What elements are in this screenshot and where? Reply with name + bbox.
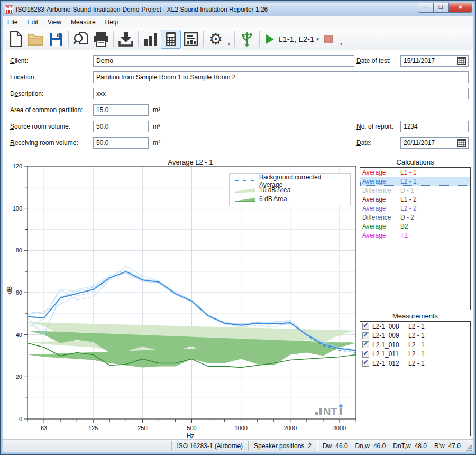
calculation-row[interactable]: DifferenceD - 2 <box>360 213 470 222</box>
measurements-title: Measurements <box>360 312 471 320</box>
title-bar[interactable]: XL2 ISO16283-Airborne-Sound-Insulation-D… <box>3 3 473 16</box>
maximize-button[interactable]: ❐ <box>433 3 448 13</box>
calculation-row[interactable]: AverageB2 <box>360 222 470 231</box>
area-input[interactable] <box>93 104 149 116</box>
usb-icon <box>241 31 253 47</box>
status-speaker-positions: Speaker positions=2 <box>249 442 317 450</box>
area-10db-swatch <box>234 187 256 193</box>
measurement-selector[interactable]: L1-1, L2-1 <box>278 34 314 43</box>
source-unit: m³ <box>153 123 160 130</box>
status-standard: ISO 16283-1 (Airborne) <box>171 442 248 450</box>
svg-text:20: 20 <box>16 374 22 380</box>
measurement-checkbox[interactable]: ✓ <box>362 360 369 367</box>
settings-button[interactable]: ⚙ <box>206 30 226 49</box>
svg-text:NT: NT <box>323 406 337 417</box>
svg-text:120: 120 <box>13 163 22 169</box>
chevron-down-icon[interactable]: ▾ <box>316 37 319 42</box>
description-input[interactable] <box>93 88 469 99</box>
minimize-button[interactable]: ─ <box>418 3 433 13</box>
svg-text:250: 250 <box>138 425 147 431</box>
measurement-checkbox[interactable]: ✓ <box>362 332 369 339</box>
source-volume-input[interactable] <box>93 121 149 132</box>
calculation-row[interactable]: AverageL2 - 2 <box>360 204 470 213</box>
report-no-input[interactable] <box>400 121 469 132</box>
measurement-row[interactable]: ✓L2-1_008L2 - 1 <box>360 322 470 331</box>
menu-help[interactable]: Help <box>100 17 123 28</box>
menu-measure[interactable]: Measure <box>66 17 100 28</box>
toolbar-overflow-right[interactable]: ▾ <box>338 30 344 48</box>
measurement-row[interactable]: ✓L2-1_009L2 - 1 <box>360 331 470 341</box>
new-project-button[interactable] <box>6 30 26 49</box>
calculation-row[interactable]: AverageL1 - 2 <box>360 195 470 204</box>
receiving-volume-input[interactable] <box>93 137 149 149</box>
save-floppy-icon <box>49 32 63 46</box>
date-of-test-field[interactable] <box>400 55 469 67</box>
source-volume-label: Source room volume: <box>10 123 70 130</box>
menu-file[interactable]: File <box>3 17 22 28</box>
calculator-icon <box>165 32 177 47</box>
calculation-row[interactable]: DifferenceD - 1 <box>360 186 470 195</box>
print-preview-button[interactable] <box>71 30 91 49</box>
date-of-test-input[interactable] <box>401 57 455 65</box>
measurements-list[interactable]: ✓L2-1_008L2 - 1✓L2-1_009L2 - 1✓L2-1_010L… <box>360 321 471 436</box>
app-window: XL2 ISO16283-Airborne-Sound-Insulation-D… <box>0 0 476 455</box>
toolbar-overflow-left[interactable]: ▾ <box>226 30 232 48</box>
calculation-row[interactable]: AverageL1 - 1 <box>360 168 470 177</box>
svg-text:80: 80 <box>16 247 22 253</box>
print-button[interactable] <box>91 30 111 49</box>
calendar-icon[interactable] <box>455 56 468 66</box>
window-title: ISO16283-Airborne-Sound-Insulation-Demo-… <box>16 6 268 13</box>
status-bar: ISO 16283-1 (Airborne) Speaker positions… <box>3 439 473 452</box>
area-unit: m² <box>153 106 160 114</box>
legend-item-6db-area: 6 dB Area <box>234 194 346 203</box>
status-metrics: Dw=46.0Dn,w=46.0DnT,w=48.0R'w=47.0 <box>317 442 473 450</box>
calculation-view-button[interactable] <box>161 30 181 49</box>
open-project-button[interactable] <box>26 30 46 49</box>
save-button[interactable] <box>46 30 66 49</box>
svg-text:63: 63 <box>41 425 47 431</box>
client-input[interactable] <box>93 55 354 67</box>
resize-grip[interactable] <box>466 445 472 451</box>
menu-edit[interactable]: Edit <box>22 17 43 28</box>
measurement-row[interactable]: ✓L2-1_012L2 - 1 <box>360 359 470 368</box>
chart-view-button[interactable] <box>141 30 161 49</box>
measurement-checkbox[interactable]: ✓ <box>362 351 369 358</box>
legend-item-background-corrected: Background corrected Average <box>234 176 346 185</box>
close-button[interactable]: ✕ <box>448 3 472 13</box>
svg-text:500: 500 <box>187 425 196 431</box>
date-input[interactable] <box>401 139 455 147</box>
location-input[interactable] <box>93 71 469 83</box>
x-axis-label: Hz <box>24 432 357 440</box>
date-field[interactable] <box>400 137 469 149</box>
import-measurements-button[interactable] <box>116 30 136 49</box>
measurement-row[interactable]: ✓L2-1_010L2 - 1 <box>360 340 470 350</box>
measurement-checkbox[interactable]: ✓ <box>362 323 369 330</box>
printer-icon <box>93 32 109 47</box>
menu-bar: File Edit View Measure Help <box>3 16 473 28</box>
chart-legend: Background corrected Average 10 dB Area … <box>229 173 351 206</box>
location-label: Location: <box>10 74 36 81</box>
svg-text:0: 0 <box>19 416 22 422</box>
report-view-button[interactable] <box>181 30 201 49</box>
date-of-test-label: Date of test: <box>356 57 391 65</box>
calculation-row[interactable]: AverageL2 - 1 <box>360 177 470 186</box>
import-download-icon <box>118 32 133 47</box>
receiving-volume-label: Receiving room volume: <box>10 139 78 147</box>
receiving-unit: m³ <box>153 139 160 147</box>
stop-measurement-button[interactable] <box>324 35 333 43</box>
svg-text:60: 60 <box>16 289 22 296</box>
svg-text:1000: 1000 <box>234 425 247 431</box>
calculation-row[interactable]: AverageT2 <box>360 231 470 240</box>
report-no-label: No. of report: <box>356 123 393 130</box>
start-measurement-button[interactable] <box>266 34 274 44</box>
calendar-icon[interactable] <box>455 138 468 148</box>
measurement-checkbox[interactable]: ✓ <box>362 341 369 348</box>
calculations-list[interactable]: AverageL1 - 1AverageL2 - 1DifferenceD - … <box>360 167 471 310</box>
toolbar: ⚙ ▾ L1-1, L2-1 ▾ ▾ <box>3 28 473 50</box>
client-label: Client: <box>10 57 28 65</box>
menu-view[interactable]: View <box>43 17 66 28</box>
svg-text:125: 125 <box>88 425 98 431</box>
device-connect-button[interactable] <box>237 30 257 49</box>
measurement-row[interactable]: ✓L2-1_011L2 - 1 <box>360 350 470 359</box>
bar-chart-icon <box>144 32 158 46</box>
